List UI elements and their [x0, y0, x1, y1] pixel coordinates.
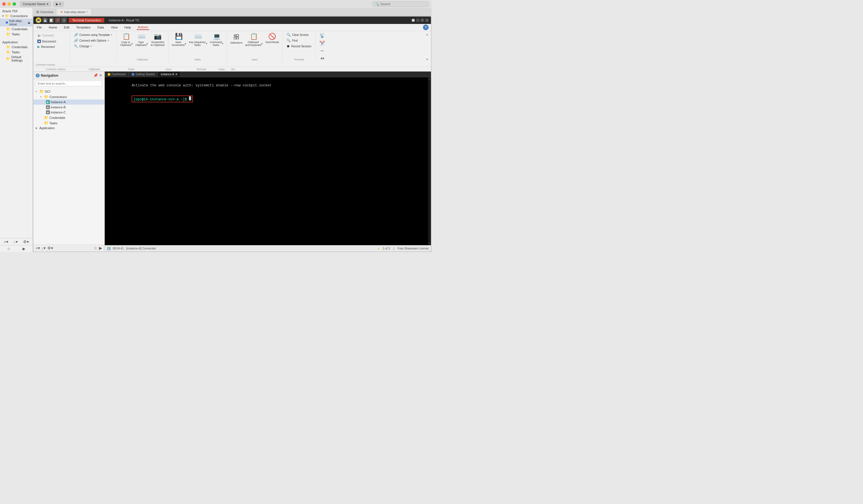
nav-down-btn[interactable]: ↓▾	[42, 246, 46, 250]
ribbon-more-group: 📡 ✂️ ↔️ ⇔	[318, 32, 326, 62]
nav-close-button[interactable]: ✕	[99, 73, 102, 78]
dropdown-btn[interactable]: ▾	[61, 18, 66, 23]
disconnect-button[interactable]: ■ Disconnect	[36, 39, 67, 43]
play-dropdown[interactable]: ▶ ▾	[53, 1, 64, 7]
instance-a-tab-close[interactable]: ✕	[175, 73, 177, 76]
key-sequence-button[interactable]: ⌨️ Key SequenceTasks ▾	[188, 32, 208, 47]
menu-help[interactable]: Help	[123, 25, 132, 30]
tree-item-tasks[interactable]: 📁 Tasks	[34, 120, 104, 126]
tab-getting-started[interactable]: Getting Started	[129, 72, 158, 77]
star-icon[interactable]: ☆	[7, 247, 11, 251]
nav-search-input[interactable]	[36, 81, 102, 86]
tab-close-icon[interactable]: ×	[86, 10, 88, 13]
nav-settings-btn[interactable]: ⚙▾	[47, 246, 53, 250]
settings-button[interactable]: ⚙▾	[23, 240, 29, 244]
ribbon-scroll-down[interactable]: ▼	[426, 58, 429, 61]
sidebar-item-default-settings[interactable]: 📁 Default Settings	[0, 55, 33, 63]
change-button[interactable]: 🔧 Change ▾	[72, 43, 114, 49]
tree-item-instance-a[interactable]: ▶ instance-A	[34, 100, 104, 105]
connect-template-button[interactable]: 🔗 Connect using Template ▾	[72, 32, 114, 37]
tab-hub-step-stone[interactable]: ✕ hub-step-stone ×	[57, 9, 92, 15]
add-button[interactable]: +▾	[4, 240, 8, 244]
tab-instance-a[interactable]: instance-A ✕	[158, 72, 181, 77]
menu-home[interactable]: Home	[48, 25, 58, 30]
restore-icon[interactable]: ⧉	[421, 18, 424, 22]
command-tasks-icon: 💻	[213, 33, 221, 40]
pin-icon-btn[interactable]: 📌	[55, 18, 60, 23]
down-button[interactable]: ↓▾	[14, 240, 18, 244]
close-traffic-light[interactable]	[2, 2, 6, 6]
tree-item-connections[interactable]: ▾ 📁 Connections	[34, 94, 104, 100]
maximize-traffic-light[interactable]	[13, 2, 16, 6]
computer-name-label: Computer Name	[23, 2, 46, 6]
sidebar-item-app-credentials[interactable]: 📁 Credentials	[0, 44, 33, 50]
menu-view[interactable]: View	[110, 25, 119, 30]
terminal-output[interactable]: Activate the web console with: systemctl…	[105, 77, 431, 245]
close-window-icon[interactable]: ✕	[425, 18, 429, 22]
arrows-button[interactable]: ↔️	[318, 48, 326, 54]
nav-star-btn[interactable]: ☆	[93, 246, 97, 250]
tree-item-instance-b[interactable]: ■ instance-B	[34, 105, 104, 110]
maximize-icon[interactable]: ⬜	[412, 18, 415, 22]
sidebar-item-tasks[interactable]: 📁 Tasks	[0, 31, 33, 37]
sidebar-item-hub-step-stone[interactable]: hub-step-stone ⏏	[0, 18, 33, 26]
tasks-tree-label: Tasks	[49, 121, 58, 125]
command-tasks-button[interactable]: 💻 CommandTasks ▾	[209, 32, 225, 47]
send-break-button[interactable]: 🚫 Send Break	[264, 32, 280, 44]
terminal-connection-label: Terminal Connection	[69, 18, 104, 23]
nav-play-btn[interactable]: ▶	[99, 246, 102, 250]
tree-item-instance-c[interactable]: ■ instance-C	[34, 110, 104, 115]
connect-options-button[interactable]: 🔗 Connect with Options ▾	[72, 38, 114, 43]
sidebar-item-connections[interactable]: ▾ 📁 Connections	[0, 13, 33, 18]
nav-search	[34, 79, 104, 88]
menu-data[interactable]: Data	[96, 25, 105, 30]
clipboard-keyboard-button[interactable]: 📋 Clipboardand Keyboard ▾	[244, 32, 264, 47]
default-settings-label: Default Settings	[11, 55, 30, 62]
selection-button[interactable]: Selection ▾	[229, 32, 243, 45]
inner-window-logo[interactable]: 💻	[36, 17, 41, 23]
copy-clipboard-chevron: ▾	[132, 42, 133, 45]
hub-tab-icon: ✕	[60, 10, 63, 14]
sidebar-item-app-tasks[interactable]: 📁 Tasks	[0, 50, 33, 55]
record-session-button[interactable]: ⏺ Record Session	[285, 43, 313, 49]
minimize-icon[interactable]: —	[416, 18, 420, 22]
type-clipboard-button[interactable]: ⌨️ TypeClipboard ▾	[134, 32, 149, 47]
nav-add-btn[interactable]: +▾	[36, 246, 40, 250]
terminal-scrollbar[interactable]: ▲ ▼	[428, 77, 431, 245]
computer-name-dropdown[interactable]: Computer Name ▾	[20, 1, 51, 7]
menu-templates[interactable]: Templates	[75, 25, 92, 30]
svg-rect-1	[234, 37, 236, 39]
scissors-button[interactable]: ✂️	[318, 40, 326, 47]
minimize-traffic-light[interactable]	[8, 2, 11, 6]
main-tab-bar: ⊞ Overview ✕ hub-step-stone ×	[33, 8, 432, 16]
global-search[interactable]: 🔍 Search	[372, 1, 429, 7]
terminal-prompt-box[interactable]: [opc@ih-instance-vcn-a ~]$	[132, 95, 192, 102]
sidebar-item-credentials[interactable]: 📁 Credentials	[0, 26, 33, 31]
menu-actions[interactable]: Actions	[137, 25, 149, 30]
tab-overview[interactable]: ⊞ Overview	[33, 9, 57, 15]
ribbon-scroll-up[interactable]: ▲	[426, 33, 429, 36]
edit-icon-btn[interactable]: 📝	[49, 18, 54, 23]
copy-to-clipboard-button[interactable]: 📋 Copy toClipboard ▾	[119, 32, 134, 47]
tree-item-credentials[interactable]: 📁 Credentials	[34, 115, 104, 120]
save-icon-btn[interactable]: 💾	[42, 18, 48, 23]
save-screenshot-button[interactable]: 💾 SaveScreenshot ▾	[171, 32, 188, 47]
signal-button[interactable]: 📡	[318, 32, 326, 39]
instance-c-icon: ■	[46, 110, 50, 114]
nav-pin-button[interactable]: 📌	[93, 73, 98, 78]
play-sidebar-icon[interactable]: ▶	[23, 247, 25, 251]
scroll-down-arrow[interactable]: ▼	[429, 242, 430, 245]
screenshot-to-clipboard-button[interactable]: 📷 Screenshotto Clipboard	[150, 32, 166, 47]
connect-button[interactable]: ▶ Connect	[36, 32, 67, 38]
tree-item-oci[interactable]: ▾ 📁 OCI	[34, 89, 104, 94]
help-icon[interactable]: ?	[423, 25, 429, 30]
find-button[interactable]: 🔍 Find	[285, 38, 313, 43]
tree-item-application[interactable]: ▶ Application	[34, 126, 104, 130]
menu-file[interactable]: File	[36, 25, 43, 30]
tab-dashboard[interactable]: Dashboard	[105, 72, 129, 77]
clear-screen-button[interactable]: 🔍 Clear Screen	[285, 32, 313, 37]
menu-edit[interactable]: Edit	[63, 25, 71, 30]
scroll-up-arrow[interactable]: ▲	[429, 78, 430, 80]
reconnect-button[interactable]: ▶ Reconnect	[36, 44, 67, 49]
arrows2-button[interactable]: ⇔	[318, 55, 326, 62]
